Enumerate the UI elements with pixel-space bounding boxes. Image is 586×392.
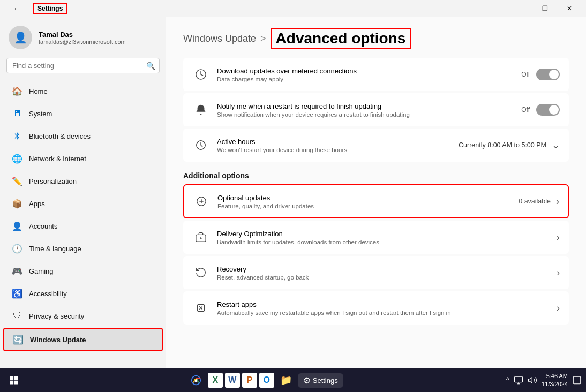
setting-control: 0 available › [519,196,559,207]
sidebar-item-gaming[interactable]: 🎮 Gaming [3,260,163,282]
setting-control: Off [521,69,560,80]
sidebar-item-label: Gaming [29,267,54,275]
accounts-icon: 👤 [12,221,22,231]
breadcrumb-parent[interactable]: Windows Update [183,33,256,44]
nav-items: 🏠 Home 🖥 System Bluetooth & devices 🌐 Ne… [0,78,166,354]
taskbar-notification-icon[interactable] [572,375,582,385]
setting-metered-connections[interactable]: Download updates over metered connection… [183,58,569,91]
setting-desc: We won't restart your device during thes… [217,147,451,153]
sidebar-item-system[interactable]: 🖥 System [3,103,163,124]
available-label: 0 available [519,198,551,205]
content-header: Windows Update > Advanced options [166,17,586,58]
search-input[interactable] [6,58,160,73]
close-button[interactable]: ✕ [557,0,582,17]
sidebar-item-label: Bluetooth & devices [29,132,91,140]
sidebar-item-privacy[interactable]: 🛡 Privacy & security [3,305,163,327]
bluetooth-icon [12,131,22,141]
setting-control: Currently 8:00 AM to 5:00 PM ⌄ [459,139,560,151]
sidebar-item-label: Privacy & security [29,312,84,320]
setting-title: Delivery Optimization [217,230,549,238]
network-icon: 🌐 [12,153,22,164]
sidebar-item-label: Network & internet [29,155,86,163]
sidebar-item-bluetooth[interactable]: Bluetooth & devices [3,125,163,147]
toggle-metered[interactable] [536,69,560,80]
setting-desc: Automatically save my restartable apps w… [217,310,549,316]
sidebar: 👤 Tamal Das tamaldas@zf3vr.onmicrosoft.c… [0,17,166,368]
active-hours-icon [192,137,209,154]
setting-desc: Feature, quality, and driver updates [217,203,511,209]
taskbar: X W P O 📁 ⚙ Settings ^ 5:46 AM 11/3/2024 [0,368,586,392]
taskbar-center: X W P O 📁 ⚙ Settings [26,371,504,390]
sidebar-item-update[interactable]: 🔄 Windows Update [3,328,163,351]
sidebar-item-accounts[interactable]: 👤 Accounts [3,215,163,237]
sidebar-item-label: Apps [29,200,45,208]
setting-delivery-optimization[interactable]: Delivery Optimization Bandwidth limits f… [183,221,569,254]
setting-info: Download updates over metered connection… [217,67,514,82]
setting-desc: Reset, advanced startup, go back [217,274,549,281]
toggle-notify[interactable] [536,104,560,116]
setting-info: Restart apps Automatically save my resta… [217,300,549,316]
home-icon: 🏠 [12,86,22,96]
sidebar-item-label: Accessibility [29,290,67,298]
setting-title: Download updates over metered connection… [217,67,514,75]
setting-info: Delivery Optimization Bandwidth limits f… [217,230,549,245]
sidebar-item-time[interactable]: 🕐 Time & language [3,238,163,259]
setting-active-hours[interactable]: Active hours We won't restart your devic… [183,129,569,162]
sidebar-item-label: Time & language [29,245,81,253]
page-title: Advanced options [271,28,411,49]
setting-title: Notify me when a restart is required to … [217,102,514,110]
taskbar-left [4,371,24,390]
back-button[interactable]: ← [4,0,29,17]
taskbar-excel-icon[interactable]: X [208,373,223,388]
clock-time: 5:46 AM [546,372,568,380]
metered-icon [192,66,209,83]
time-date[interactable]: 5:46 AM 11/3/2024 [542,372,568,389]
taskbar-outlook-icon[interactable]: O [259,373,274,388]
user-name: Tamal Das [39,31,126,39]
sidebar-item-apps[interactable]: 📦 Apps [3,193,163,214]
taskbar-chrome-icon[interactable] [186,371,206,390]
setting-recovery[interactable]: Recovery Reset, advanced startup, go bac… [183,256,569,289]
restart-apps-icon [192,299,209,316]
taskbar-explorer-icon[interactable]: 📁 [276,371,296,390]
setting-control: › [557,303,560,314]
setting-info: Optional updates Feature, quality, and d… [217,194,511,209]
search-box[interactable]: 🔍 [6,58,160,73]
additional-settings-list: Optional updates Feature, quality, and d… [166,184,586,326]
taskbar-word-icon[interactable]: W [225,373,240,388]
setting-notify-restart[interactable]: Notify me when a restart is required to … [183,93,569,126]
sidebar-item-network[interactable]: 🌐 Network & internet [3,148,163,169]
sidebar-item-accessibility[interactable]: ♿ Accessibility [3,283,163,304]
toggle-label: Off [521,71,530,78]
svg-rect-10 [515,376,523,382]
avatar: 👤 [9,26,32,49]
active-hours-value: Currently 8:00 AM to 5:00 PM [459,141,546,149]
setting-info: Recovery Reset, advanced startup, go bac… [217,265,549,281]
chevron-right-icon: › [557,303,560,314]
settings-gear-icon: ⚙ [303,375,311,386]
taskbar-settings-button[interactable]: ⚙ Settings [298,373,343,388]
sidebar-item-home[interactable]: 🏠 Home [3,80,163,102]
setting-restart-apps[interactable]: Restart apps Automatically save my resta… [183,291,569,325]
app-title: Settings [33,3,67,14]
windows-start-button[interactable] [4,371,24,390]
gaming-icon: 🎮 [12,266,22,276]
setting-title: Optional updates [217,194,511,202]
taskbar-monitor-icon [514,375,523,385]
minimize-button[interactable]: — [508,0,532,17]
taskbar-chevron[interactable]: ^ [506,376,509,385]
taskbar-ppt-icon[interactable]: P [242,373,257,388]
window-controls: — ❐ ✕ [508,0,582,17]
content-area: Windows Update > Advanced options Downlo… [166,17,586,368]
sidebar-item-label: Personalization [29,177,77,185]
sidebar-item-label: Home [29,87,48,95]
sidebar-item-personalization[interactable]: ✏️ Personalization [3,170,163,192]
additional-options-label: Additional options [166,163,586,184]
setting-title: Active hours [217,138,451,146]
chevron-right-icon: › [557,267,560,278]
maximize-button[interactable]: ❐ [532,0,557,17]
delivery-icon [192,229,209,246]
chevron-down-icon: ⌄ [552,139,560,151]
search-icon: 🔍 [146,62,155,70]
setting-optional-updates[interactable]: Optional updates Feature, quality, and d… [183,184,569,218]
